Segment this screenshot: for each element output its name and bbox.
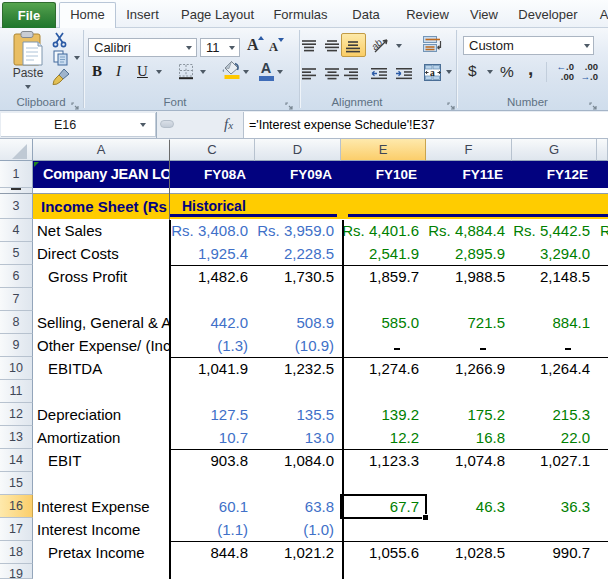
svg-text:a: a: [430, 68, 435, 78]
svg-text:ab: ab: [372, 36, 385, 52]
